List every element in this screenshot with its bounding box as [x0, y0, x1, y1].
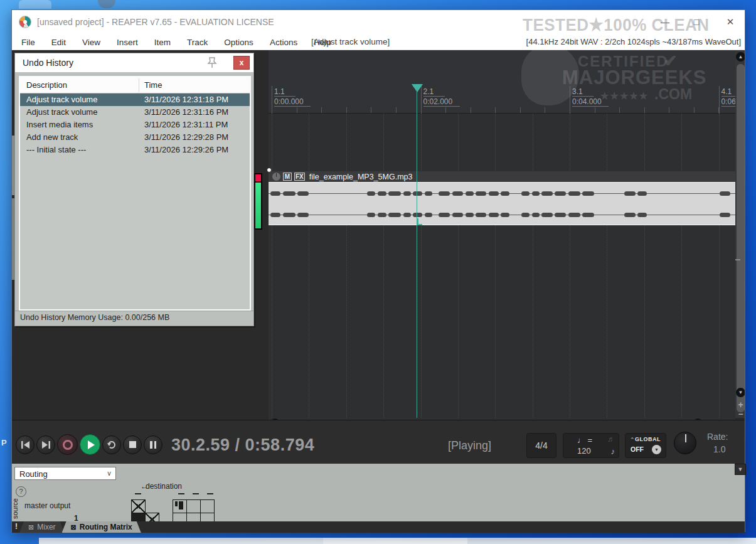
waveform-dash	[568, 213, 580, 217]
menu-item-actions[interactable]: Actions	[262, 38, 306, 47]
stop-button[interactable]	[123, 435, 142, 454]
waveform-dash	[452, 191, 464, 196]
column-description[interactable]: Description	[26, 80, 67, 90]
grid-line	[458, 114, 459, 418]
scroll-up-icon[interactable]: ▲	[736, 52, 745, 61]
dialog-title-bar[interactable]: Undo History x	[15, 53, 253, 72]
waveform-dash	[521, 191, 530, 196]
close-button[interactable]: ✕	[723, 15, 737, 29]
maximize-button[interactable]: □	[689, 15, 703, 29]
menu-item-insert[interactable]: Insert	[109, 38, 146, 47]
global-dropdown-icon[interactable]: ▼	[652, 445, 661, 454]
dialog-close-button[interactable]: x	[233, 56, 250, 70]
view-selector-value: Routing	[19, 469, 48, 479]
go-to-start-button[interactable]	[16, 435, 35, 454]
view-selector-dropdown[interactable]: Routing ∨	[14, 467, 116, 480]
matrix-cell[interactable]	[186, 499, 201, 513]
vertical-scroll-thumb[interactable]	[737, 64, 745, 412]
tab-routing-matrix[interactable]: ⊠Routing Matrix	[62, 521, 141, 533]
docker-tabs: ⊠Mixer⊠Routing Matrix	[19, 521, 139, 533]
transport-position-display[interactable]: 30.2.59 / 0:58.794	[171, 435, 314, 455]
playrate-knob[interactable]	[674, 432, 696, 454]
desktop-icon-fragment	[19, 0, 51, 9]
bar-number-label: 1.1	[274, 87, 295, 97]
ruler-tick	[694, 107, 695, 113]
docker-tab-bar: ! ⊠Mixer⊠Routing Matrix	[12, 521, 745, 533]
time-signature-box[interactable]: 4/4	[526, 433, 556, 458]
help-icon[interactable]: ?	[16, 486, 26, 497]
waveform-dash	[489, 213, 499, 217]
menu-item-item[interactable]: Item	[146, 38, 179, 47]
waveform-dash	[283, 191, 295, 196]
repeat-button[interactable]	[102, 435, 121, 454]
scroll-down-icon[interactable]: ▼	[736, 388, 745, 397]
pause-button[interactable]	[144, 435, 162, 454]
item-fx-button[interactable]: FX	[294, 173, 305, 181]
rate-value[interactable]: 1.0	[713, 444, 725, 454]
column-divider[interactable]	[139, 78, 139, 92]
waveform-dash	[439, 191, 450, 196]
matrix-column-dash	[178, 493, 184, 494]
zoom-out-vertical-button[interactable]: −	[736, 409, 745, 419]
undo-row[interactable]: Adjust track volume3/11/2026 12:31:18 PM	[20, 93, 250, 106]
menu-item-file[interactable]: File	[13, 38, 43, 47]
undo-list-header[interactable]: Description Time	[20, 77, 250, 93]
ruler-tick	[570, 107, 570, 113]
waveform-dash	[378, 191, 386, 196]
item-mute-button[interactable]: M	[283, 173, 292, 181]
menu-item-view[interactable]: View	[74, 38, 109, 47]
ruler-tick	[471, 107, 471, 113]
undo-row[interactable]: --- Initial state ---3/11/2026 12:29:26 …	[20, 144, 250, 156]
undo-row[interactable]: Adjust track volume3/11/2026 12:31:16 PM	[20, 106, 250, 119]
waveform-dash	[367, 213, 376, 217]
ruler-tick	[396, 107, 397, 113]
menu-item-track[interactable]: Track	[179, 38, 216, 47]
zoom-in-vertical-button[interactable]: +	[736, 400, 745, 410]
media-item-waveform[interactable]	[269, 182, 735, 225]
waveform-dash	[367, 191, 376, 196]
ruler-tick	[619, 107, 620, 113]
note-icon: ♪	[611, 447, 615, 456]
dialog-title: Undo History	[23, 58, 73, 68]
item-fade-handle[interactable]	[267, 168, 272, 173]
waveform-dash	[501, 191, 509, 196]
undo-row-description: Adjust track volume	[26, 95, 97, 104]
bpm-value[interactable]: 120	[577, 446, 591, 456]
media-item[interactable]: M FX file_example_MP3_5MG.mp3	[269, 171, 735, 225]
undo-list[interactable]: Description Time Adjust track volume3/11…	[19, 76, 251, 311]
chevron-down-icon: ∨	[107, 469, 112, 477]
dialog-status-bar: Undo History Memory Usage: 0.00/256 MB	[15, 311, 253, 323]
go-to-end-button[interactable]	[36, 435, 55, 454]
minimize-button[interactable]: —	[658, 15, 672, 29]
timeline-area[interactable]: 1.10:00.0002.10:02.0003.10:04.0004.10:06…	[269, 50, 735, 418]
matrix-cell[interactable]	[131, 499, 146, 513]
undo-row[interactable]: Add new track3/11/2026 12:29:28 PM	[20, 131, 250, 144]
vertical-scrollbar[interactable]: ▲ ▼ + −	[735, 50, 745, 418]
menu-item-options[interactable]: Options	[216, 38, 262, 47]
docker-scroll-down-icon[interactable]: ▼	[735, 464, 746, 475]
edit-cursor-marker[interactable]	[412, 84, 423, 92]
pin-icon[interactable]	[205, 56, 219, 70]
record-button[interactable]	[57, 434, 78, 455]
menu-item-edit[interactable]: Edit	[43, 38, 74, 47]
waveform-dash	[476, 191, 486, 196]
matrix-cell[interactable]	[200, 499, 215, 513]
global-automation-button[interactable]: ⌃ GLOBAL OFF ▼	[625, 433, 666, 458]
play-button[interactable]	[80, 434, 100, 455]
tempo-box[interactable]: ♩ = 120 ♬ ♪	[563, 433, 619, 458]
undo-row[interactable]: Insert media items3/11/2026 12:31:11 PM	[20, 119, 250, 131]
matrix-cell[interactable]	[173, 499, 187, 513]
record-icon	[63, 440, 73, 450]
waveform-dash	[532, 213, 540, 217]
waveform-dash	[532, 191, 540, 196]
master-output-label: master output	[24, 501, 70, 510]
transport-bar: 30.2.59 / 0:58.794 [Playing] 4/4 ♩ = 120…	[12, 420, 745, 464]
grid-line	[570, 114, 570, 418]
waveform-dash	[270, 191, 280, 196]
item-volume-knob-icon[interactable]	[272, 173, 280, 181]
timeline-ruler[interactable]: 1.10:00.0002.10:02.0003.10:04.0004.10:06…	[269, 50, 735, 114]
column-time[interactable]: Time	[144, 80, 162, 90]
automation-icon: ⌃	[630, 437, 635, 443]
tab-mixer[interactable]: ⊠Mixer	[19, 521, 65, 533]
media-item-header[interactable]: M FX file_example_MP3_5MG.mp3	[269, 171, 735, 182]
